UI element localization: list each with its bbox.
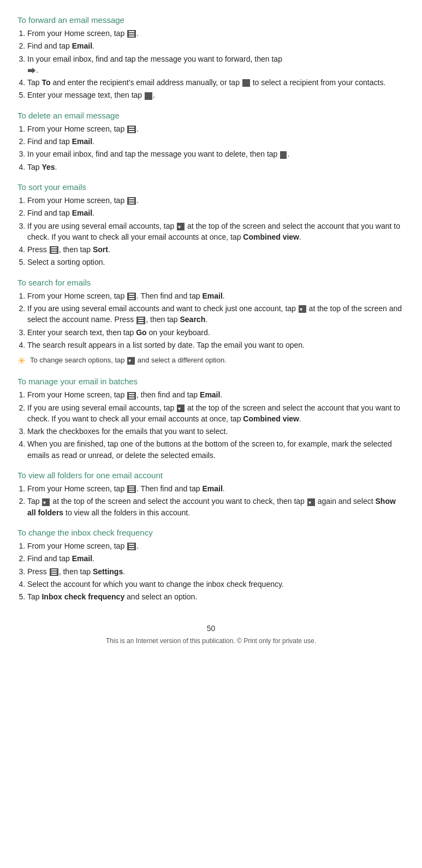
section-sort-emails: To sort your emails From your Home scree… (17, 182, 405, 268)
section-manage-batches: To manage your email in batches From you… (17, 377, 405, 461)
steps-folders: From your Home screen, tap . Then find a… (27, 483, 405, 518)
combined-view-label: Combined view (243, 414, 299, 423)
grid-icon (127, 197, 136, 205)
footer-legal: This is an Internet version of this publ… (17, 637, 405, 645)
page-footer: 50 This is an Internet version of this p… (17, 624, 405, 645)
grid-icon (127, 543, 136, 550)
grid-icon (127, 293, 136, 300)
step-5: Enter your message text, then tap . (27, 90, 405, 100)
section-title-frequency: To change the inbox check frequency (17, 528, 405, 537)
section-view-folders: To view all folders for one email accoun… (17, 471, 405, 518)
grid-icon (50, 568, 58, 576)
steps-batches: From your Home screen, tap , then find a… (27, 389, 405, 461)
email-label: Email (200, 390, 220, 399)
dropdown-icon-2 (307, 498, 315, 506)
settings-label: Settings (93, 567, 123, 576)
step-3: Mark the checkboxes for the emails that … (27, 426, 405, 437)
grid-icon (50, 246, 58, 254)
step-2: Find and tap Email. (27, 207, 405, 218)
step-1: From your Home screen, tap . (27, 540, 405, 551)
step-1: From your Home screen, tap . Then find a… (27, 290, 405, 301)
page-content: To forward an email message From your Ho… (17, 15, 405, 602)
section-title-delete: To delete an email message (17, 111, 405, 120)
email-label: Email (202, 484, 222, 493)
contacts-icon (242, 79, 250, 87)
step-1: From your Home screen, tap . (27, 28, 405, 39)
email-label: Email (202, 292, 222, 300)
email-label: Email (72, 554, 92, 563)
step-2: Find and tap Email. (27, 136, 405, 147)
step-5: Tap Inbox check frequency and select an … (27, 591, 405, 602)
step-3: Press , then tap Settings. (27, 566, 405, 577)
step-3: In your email inbox, find and tap the me… (27, 148, 405, 159)
step-2: If you are using several email accounts … (27, 303, 405, 325)
show-all-folders-label: Show all folders (27, 497, 396, 516)
step-4: Tap Yes. (27, 162, 405, 173)
steps-sort: From your Home screen, tap . Find and ta… (27, 195, 405, 268)
forward-icon (28, 67, 35, 74)
step-2: If you are using several email accounts,… (27, 402, 405, 425)
step-2: Tap at the top of the screen and select … (27, 496, 405, 518)
step-2: Find and tap Email. (27, 40, 405, 51)
step-4: Press , then tap Sort. (27, 244, 405, 255)
grid-icon (127, 30, 136, 38)
step-1: From your Home screen, tap , then find a… (27, 389, 405, 400)
go-label: Go (136, 328, 146, 337)
section-inbox-frequency: To change the inbox check frequency From… (17, 528, 405, 602)
step-3: In your email inbox, find and tap the me… (27, 53, 405, 76)
dropdown-icon (177, 405, 185, 412)
step-1: From your Home screen, tap . Then find a… (27, 483, 405, 494)
section-title-sort: To sort your emails (17, 182, 405, 192)
step-4: Tap To and enter the recipient's email a… (27, 77, 405, 88)
steps-search: From your Home screen, tap . Then find a… (27, 290, 405, 350)
grid-icon (127, 392, 136, 400)
email-label: Email (72, 137, 92, 146)
step-3: Enter your search text, then tap Go on y… (27, 327, 405, 338)
step-5: Select a sorting option. (27, 257, 405, 267)
grid-icon (127, 126, 136, 133)
step-1: From your Home screen, tap . (27, 123, 405, 134)
section-title-batches: To manage your email in batches (17, 377, 405, 386)
search-label: Search (180, 315, 206, 324)
dropdown-icon (127, 357, 135, 365)
step-4: When you are finished, tap one of the bu… (27, 438, 405, 461)
steps-delete: From your Home screen, tap . Find and ta… (27, 123, 405, 173)
tip-icon: ✳ (17, 355, 26, 367)
section-forward-email: To forward an email message From your Ho… (17, 15, 405, 101)
grid-icon (136, 317, 145, 324)
steps-forward: From your Home screen, tap . Find and ta… (27, 28, 405, 101)
yes-label: Yes (41, 163, 55, 171)
step-2: Find and tap Email. (27, 553, 405, 564)
email-label: Email (72, 209, 92, 217)
email-label: Email (72, 41, 92, 50)
section-title-folders: To view all folders for one email accoun… (17, 471, 405, 480)
to-label: To (41, 78, 50, 87)
grid-icon (127, 485, 136, 493)
section-title-search: To search for emails (17, 278, 405, 287)
steps-frequency: From your Home screen, tap . Find and ta… (27, 540, 405, 602)
section-delete-email: To delete an email message From your Hom… (17, 111, 405, 173)
trash-icon (280, 151, 287, 159)
section-search-emails: To search for emails From your Home scre… (17, 278, 405, 367)
dropdown-icon (42, 498, 50, 506)
tip-search: ✳ To change search options, tap and sele… (17, 356, 405, 367)
combined-view-label: Combined view (243, 233, 299, 241)
step-4: The search result appears in a list sort… (27, 340, 405, 350)
section-title-forward: To forward an email message (17, 15, 405, 25)
sort-label: Sort (93, 245, 108, 254)
step-4: Select the account for which you want to… (27, 579, 405, 590)
dropdown-icon (177, 223, 185, 230)
dropdown-icon (299, 305, 306, 313)
send-icon (145, 92, 152, 100)
step-1: From your Home screen, tap . (27, 195, 405, 206)
inbox-check-freq-label: Inbox check frequency (41, 592, 124, 601)
page-number: 50 (17, 624, 405, 633)
step-3: If you are using several email accounts,… (27, 221, 405, 243)
tip-text: To change search options, tap and select… (30, 356, 227, 365)
